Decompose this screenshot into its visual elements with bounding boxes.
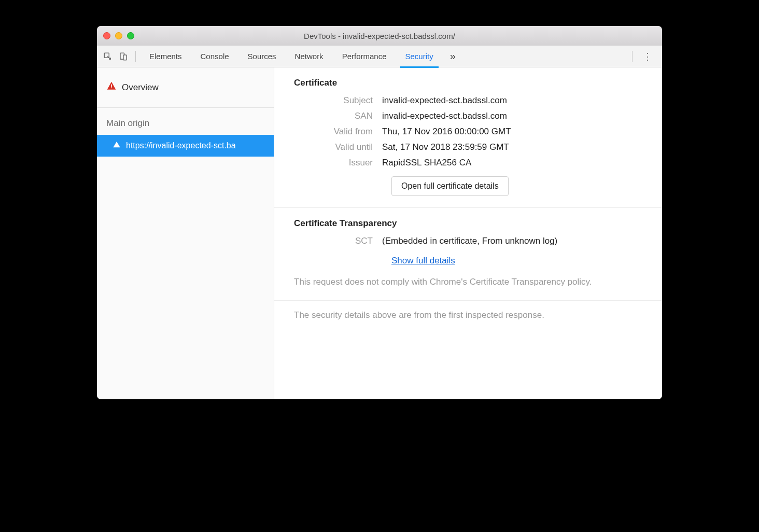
kv-row: Valid until Sat, 17 Nov 2018 23:59:59 GM… bbox=[294, 142, 642, 152]
sidebar-item-origin[interactable]: https://invalid-expected-sct.ba bbox=[97, 135, 274, 157]
sidebar: Overview Main origin https://invalid-exp… bbox=[97, 67, 274, 399]
footer-note: The security details above are from the … bbox=[274, 301, 662, 330]
content: Certificate Subject invalid-expected-sct… bbox=[274, 67, 662, 399]
tab-security[interactable]: Security bbox=[396, 46, 443, 67]
tab-console[interactable]: Console bbox=[191, 46, 238, 67]
inspect-icon[interactable] bbox=[100, 49, 116, 64]
toolbar-divider bbox=[632, 51, 632, 62]
kv-value: Thu, 17 Nov 2016 00:00:00 GMT bbox=[382, 127, 642, 137]
triangle-icon bbox=[113, 141, 121, 151]
toolbar-divider bbox=[135, 51, 136, 62]
tab-performance[interactable]: Performance bbox=[333, 46, 396, 67]
kv-value: RapidSSL SHA256 CA bbox=[382, 158, 642, 168]
toolbar: Elements Console Sources Network Perform… bbox=[97, 46, 662, 67]
tab-network[interactable]: Network bbox=[286, 46, 333, 67]
sidebar-item-label: Overview bbox=[122, 82, 159, 93]
kv-value: (Embedded in certificate, From unknown l… bbox=[382, 236, 642, 246]
origin-url: https://invalid-expected-sct.ba bbox=[126, 141, 236, 150]
kv-value: invalid-expected-sct.badssl.com bbox=[382, 111, 642, 121]
show-full-details-link[interactable]: Show full details bbox=[391, 256, 455, 266]
kv-value: Sat, 17 Nov 2018 23:59:59 GMT bbox=[382, 142, 642, 152]
kv-label: Valid until bbox=[294, 142, 382, 152]
close-icon[interactable] bbox=[103, 32, 110, 39]
panel-body: Overview Main origin https://invalid-exp… bbox=[97, 67, 662, 399]
kv-row: Valid from Thu, 17 Nov 2016 00:00:00 GMT bbox=[294, 127, 642, 137]
svg-rect-3 bbox=[111, 85, 112, 87]
open-certificate-button[interactable]: Open full certificate details bbox=[391, 176, 509, 196]
section-title: Certificate bbox=[294, 78, 642, 88]
sidebar-item-overview[interactable]: Overview bbox=[97, 67, 274, 108]
titlebar: DevTools - invalid-expected-sct.badssl.c… bbox=[97, 26, 662, 46]
kv-value: invalid-expected-sct.badssl.com bbox=[382, 95, 642, 106]
kv-label: SCT bbox=[294, 236, 382, 246]
section-certificate-transparency: Certificate Transparency SCT (Embedded i… bbox=[274, 208, 662, 301]
kebab-menu-icon[interactable]: ⋮ bbox=[637, 51, 659, 62]
kv-label: SAN bbox=[294, 111, 382, 121]
kv-row: SCT (Embedded in certificate, From unkno… bbox=[294, 236, 642, 246]
svg-rect-2 bbox=[123, 55, 126, 60]
traffic-lights bbox=[103, 32, 134, 39]
devtools-window: DevTools - invalid-expected-sct.badssl.c… bbox=[97, 26, 662, 399]
maximize-icon[interactable] bbox=[127, 32, 134, 39]
tab-elements[interactable]: Elements bbox=[140, 46, 191, 67]
ct-policy-note: This request does not comply with Chrome… bbox=[294, 275, 642, 289]
kv-label: Subject bbox=[294, 95, 382, 106]
sidebar-section-header: Main origin bbox=[97, 108, 274, 135]
tabs: Elements Console Sources Network Perform… bbox=[140, 46, 628, 67]
kv-label: Issuer bbox=[294, 158, 382, 168]
section-title: Certificate Transparency bbox=[294, 218, 642, 229]
warning-icon bbox=[106, 81, 117, 94]
device-toggle-icon[interactable] bbox=[116, 49, 131, 64]
kv-row: Issuer RapidSSL SHA256 CA bbox=[294, 158, 642, 168]
tab-sources[interactable]: Sources bbox=[238, 46, 286, 67]
more-tabs-icon[interactable]: » bbox=[443, 50, 463, 62]
kv-row: SAN invalid-expected-sct.badssl.com bbox=[294, 111, 642, 121]
minimize-icon[interactable] bbox=[115, 32, 122, 39]
kv-row: Subject invalid-expected-sct.badssl.com bbox=[294, 95, 642, 106]
section-certificate: Certificate Subject invalid-expected-sct… bbox=[274, 67, 662, 208]
svg-rect-4 bbox=[111, 88, 112, 89]
kv-label: Valid from bbox=[294, 127, 382, 137]
window-title: DevTools - invalid-expected-sct.badssl.c… bbox=[97, 32, 662, 40]
